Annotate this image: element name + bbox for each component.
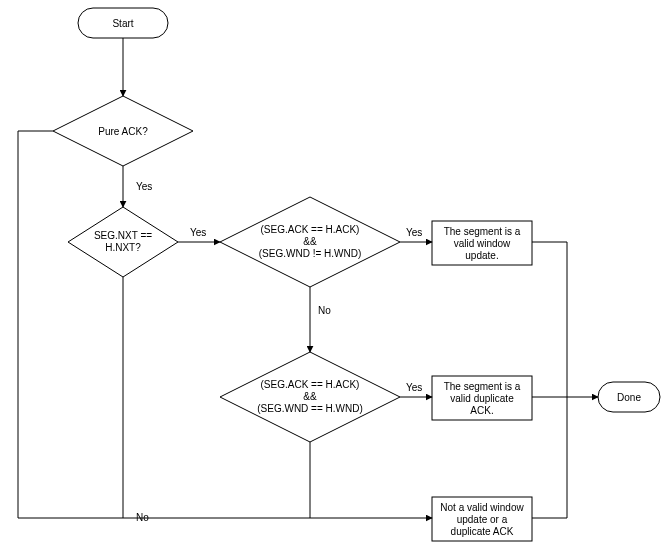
edge-nxt-no-label: No: [136, 512, 149, 523]
decision-wnd-ne: (SEG.ACK == H.ACK) && (SEG.WND != H.WND): [220, 197, 400, 287]
edge-nxt-yes-label: Yes: [190, 227, 206, 238]
process-dupack-l3: ACK.: [470, 405, 493, 416]
process-not-l1: Not a valid window: [440, 502, 524, 513]
process-dupack-l2: valid duplicate: [450, 393, 514, 404]
decision-wnd-eq-l1: (SEG.ACK == H.ACK): [261, 379, 360, 390]
process-winupd-l1: The segment is a: [444, 226, 521, 237]
decision-wnd-ne-l2: &&: [303, 236, 317, 247]
edge-wndeq-yes-label: Yes: [406, 382, 422, 393]
edge-wndne-yes-label: Yes: [406, 227, 422, 238]
decision-wnd-ne-l3: (SEG.WND != H.WND): [259, 248, 362, 259]
decision-seg-nxt-label1: SEG.NXT ==: [94, 230, 152, 241]
decision-wnd-eq-l3: (SEG.WND == H.WND): [257, 403, 363, 414]
decision-wnd-ne-l1: (SEG.ACK == H.ACK): [261, 224, 360, 235]
decision-seg-nxt-label2: H.NXT?: [105, 242, 141, 253]
done-label: Done: [617, 392, 641, 403]
decision-pure-ack-label: Pure ACK?: [98, 126, 148, 137]
decision-pure-ack: Pure ACK?: [53, 96, 193, 166]
process-winupd-l3: update.: [465, 250, 498, 261]
edge-winupd-out: [532, 242, 567, 397]
process-dup-ack: The segment is a valid duplicate ACK.: [432, 376, 532, 420]
decision-wnd-eq-l2: &&: [303, 391, 317, 402]
done-node: Done: [598, 382, 660, 412]
start-node: Start: [78, 8, 168, 38]
decision-seg-nxt: SEG.NXT == H.NXT?: [68, 207, 178, 277]
edge-notvalid-out: [532, 397, 567, 518]
process-winupd-l2: valid window: [454, 238, 511, 249]
edge-pure-no: [18, 131, 432, 518]
edge-wndne-no-label: No: [318, 305, 331, 316]
process-not-valid: Not a valid window update or a duplicate…: [432, 497, 532, 541]
start-label: Start: [112, 18, 133, 29]
process-dupack-l1: The segment is a: [444, 381, 521, 392]
process-window-update: The segment is a valid window update.: [432, 221, 532, 265]
process-not-l2: update or a: [457, 514, 508, 525]
edge-pure-yes-label: Yes: [136, 181, 152, 192]
process-not-l3: duplicate ACK: [451, 526, 514, 537]
decision-wnd-eq: (SEG.ACK == H.ACK) && (SEG.WND == H.WND): [220, 352, 400, 442]
